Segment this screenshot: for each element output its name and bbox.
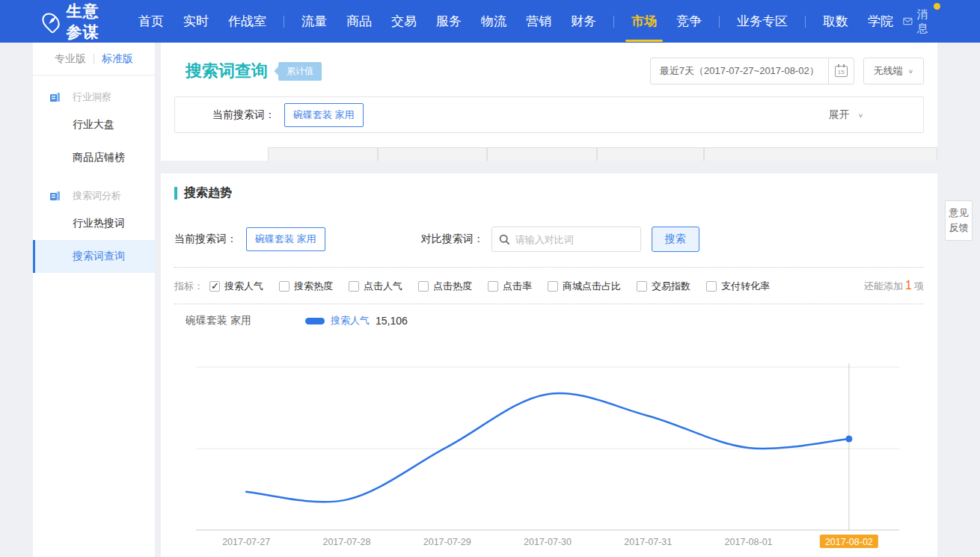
compare-word-label: 对比搜索词：	[421, 233, 484, 246]
industry-insight-icon	[49, 92, 67, 102]
nav-divider	[613, 16, 614, 28]
metric-checkbox-搜索热度[interactable]: 搜索热度	[279, 280, 333, 293]
divider	[174, 304, 924, 304]
version-standard[interactable]: 标准版	[94, 52, 141, 66]
metric-checkbox-商城点击占比[interactable]: 商城点击占比	[548, 280, 621, 293]
search-trend-line-chart[interactable]: 2017-07-272017-07-282017-07-292017-07-30…	[161, 353, 937, 557]
x-axis-label: 2017-07-28	[322, 537, 370, 547]
nav-item-作战室[interactable]: 作战室	[228, 13, 266, 30]
nav-item-财务[interactable]: 财务	[571, 13, 596, 30]
remaining-hint: 还能添加1项	[864, 279, 924, 293]
top-nav: 生意参谋 首页实时作战室流量商品交易服务物流营销财务市场竞争业务专区取数学院 消…	[0, 0, 980, 43]
legend-metric-label[interactable]: 搜索人气	[331, 314, 370, 327]
chart-endpoint-dot[interactable]	[845, 436, 852, 443]
page-header: 搜索词查询 累计值 最近7天（2017-07-27~2017-08-02） 15…	[161, 43, 937, 147]
checkbox-icon[interactable]	[637, 281, 647, 292]
metrics-row: 指标： 搜索人气搜索热度点击人气点击热度点击率商城点击占比交易指数支付转化率 还…	[174, 279, 924, 293]
messages-label: 消息	[917, 7, 934, 36]
metrics-label: 指标：	[174, 280, 203, 293]
nav-item-学院[interactable]: 学院	[868, 13, 893, 30]
metric-tab-2[interactable]	[268, 147, 378, 161]
metric-checkbox-点击热度[interactable]: 点击热度	[418, 280, 472, 293]
calendar-button[interactable]: 15	[828, 58, 854, 84]
checkbox-icon[interactable]	[706, 281, 717, 292]
metric-tab-6[interactable]	[704, 147, 937, 161]
nav-item-营销[interactable]: 营销	[526, 13, 551, 30]
sidebar-item-行业热搜词[interactable]: 行业热搜词	[33, 207, 155, 240]
nav-item-流量[interactable]: 流量	[301, 13, 327, 30]
legend-metric-value: 15,106	[376, 315, 408, 327]
nav-item-服务[interactable]: 服务	[436, 13, 462, 30]
terminal-value: 无线端	[874, 64, 903, 78]
page-title: 搜索词查询	[186, 60, 268, 82]
app-logo[interactable]: 生意参谋	[43, 1, 115, 43]
checkbox-icon[interactable]	[349, 281, 359, 292]
nav-item-商品[interactable]: 商品	[346, 13, 372, 30]
version-pro[interactable]: 专业版	[47, 52, 94, 66]
sidebar-item-行业大盘[interactable]: 行业大盘	[33, 108, 155, 141]
legend-series-name: 碗碟套装 家用	[186, 314, 305, 327]
envelope-icon	[903, 16, 913, 26]
date-range-picker[interactable]: 最近7天（2017-07-27~2017-08-02） 15	[650, 58, 854, 84]
trend-line	[246, 393, 849, 502]
nav-item-首页[interactable]: 首页	[138, 13, 164, 30]
checkbox-icon[interactable]	[548, 281, 558, 292]
metric-checkbox-搜索人气[interactable]: 搜索人气	[209, 280, 263, 293]
metric-checkbox-交易指数[interactable]: 交易指数	[637, 280, 690, 293]
remaining-count: 1	[903, 279, 914, 292]
sidebar-group-行业洞察[interactable]: 行业洞察	[49, 90, 155, 104]
metric-checkbox-list: 搜索人气搜索热度点击人气点击热度点击率商城点击占比交易指数支付转化率	[209, 280, 785, 293]
checkbox-icon[interactable]	[488, 281, 498, 292]
checkbox-checked-icon[interactable]	[209, 281, 220, 292]
nav-item-交易[interactable]: 交易	[391, 13, 417, 30]
feedback-button[interactable]: 意见 反馈	[945, 200, 973, 241]
metric-tab-3[interactable]	[378, 147, 487, 161]
search-trend-card: 搜索趋势 当前搜索词： 碗碟套装 家用 对比搜索词： 搜索 指标： 搜索人气搜索…	[161, 173, 937, 557]
compass-logo-icon	[39, 9, 64, 34]
metric-checkbox-点击率[interactable]: 点击率	[488, 280, 532, 293]
sidebar-item-搜索词查询[interactable]: 搜索词查询	[33, 240, 155, 273]
date-range-text: 最近7天（2017-07-27~2017-08-02）	[651, 58, 828, 84]
current-word-chip[interactable]: 碗碟套装 家用	[284, 103, 364, 127]
nav-item-物流[interactable]: 物流	[481, 13, 506, 30]
search-word-analysis-icon	[49, 191, 67, 201]
nav-item-业务专区[interactable]: 业务专区	[737, 13, 788, 30]
x-axis-label: 2017-07-31	[624, 537, 672, 547]
sidebar-item-商品店铺榜[interactable]: 商品店铺榜	[33, 141, 155, 174]
nav-item-市场[interactable]: 市场	[631, 13, 657, 30]
metric-tab-5[interactable]	[597, 147, 704, 161]
expand-toggle[interactable]: 展开 ∨	[829, 108, 910, 122]
nav-item-竞争[interactable]: 竞争	[676, 13, 702, 30]
checkbox-icon[interactable]	[279, 281, 290, 292]
feedback-label-line1: 意见	[948, 206, 970, 221]
sidebar-menu: 行业洞察行业大盘商品店铺榜搜索词分析行业热搜词搜索词查询	[33, 90, 155, 273]
current-word-bar: 当前搜索词： 碗碟套装 家用 展开 ∨	[174, 96, 924, 133]
metric-checkbox-支付转化率[interactable]: 支付转化率	[706, 280, 770, 293]
sidebar-group-搜索词分析[interactable]: 搜索词分析	[49, 189, 155, 203]
compare-search-box	[491, 227, 641, 252]
chevron-down-icon: ∨	[858, 112, 863, 119]
trend-current-word-chip[interactable]: 碗碟套装 家用	[246, 227, 325, 251]
message-badge	[934, 3, 940, 10]
calendar-icon: 15	[835, 66, 848, 77]
x-axis-label: 2017-08-02	[825, 537, 873, 547]
cumulative-tag: 累计值	[278, 62, 322, 81]
terminal-select[interactable]: 无线端 ∨	[863, 58, 924, 84]
search-icon	[499, 234, 510, 245]
section-title: 搜索趋势	[184, 185, 232, 201]
checkbox-icon[interactable]	[418, 281, 429, 292]
nav-item-取数[interactable]: 取数	[823, 13, 848, 30]
metric-tab-4[interactable]	[487, 147, 597, 161]
version-switch: 专业版 标准版	[33, 43, 155, 76]
x-axis-label: 2017-07-30	[524, 537, 572, 547]
metric-checkbox-点击人气[interactable]: 点击人气	[349, 280, 402, 293]
section-accent-bar	[174, 187, 177, 200]
sidebar: 专业版 标准版 行业洞察行业大盘商品店铺榜搜索词分析行业热搜词搜索词查询	[33, 43, 155, 557]
search-button[interactable]: 搜索	[652, 227, 699, 252]
legend-line-icon[interactable]	[305, 318, 325, 324]
metric-tab-1[interactable]	[161, 147, 268, 161]
nav-item-实时[interactable]: 实时	[183, 13, 209, 30]
messages-button[interactable]: 消息	[903, 7, 934, 36]
compare-search-input[interactable]	[515, 234, 634, 245]
chart-legend: 碗碟套装 家用 搜索人气 15,106	[186, 314, 924, 327]
